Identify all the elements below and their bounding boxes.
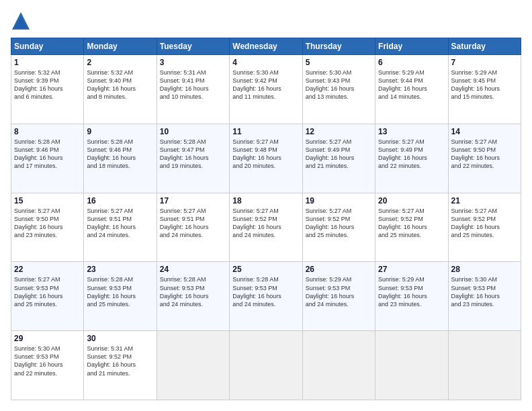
day-info: Sunrise: 5:27 AMSunset: 9:51 PMDaylight:…: [87, 207, 153, 240]
day-info: Sunrise: 5:27 AMSunset: 9:49 PMDaylight:…: [378, 138, 445, 171]
calendar-table: SundayMondayTuesdayWednesdayThursdayFrid…: [11, 38, 521, 400]
day-number: 21: [451, 196, 518, 205]
day-info: Sunrise: 5:31 AMSunset: 9:41 PMDaylight:…: [160, 68, 226, 101]
day-info: Sunrise: 5:30 AMSunset: 9:42 PMDaylight:…: [232, 68, 299, 101]
calendar-cell: 13Sunrise: 5:27 AMSunset: 9:49 PMDayligh…: [375, 124, 448, 193]
day-number: 5: [306, 58, 372, 67]
day-number: 8: [14, 127, 81, 136]
day-number: 9: [87, 127, 153, 136]
calendar-cell: [448, 331, 521, 400]
day-info: Sunrise: 5:30 AMSunset: 9:53 PMDaylight:…: [14, 345, 81, 377]
day-info: Sunrise: 5:30 AMSunset: 9:43 PMDaylight:…: [306, 68, 372, 101]
day-info: Sunrise: 5:27 AMSunset: 9:53 PMDaylight:…: [14, 275, 81, 308]
calendar-cell: 18Sunrise: 5:27 AMSunset: 9:52 PMDayligh…: [230, 193, 302, 262]
calendar-cell: 8Sunrise: 5:28 AMSunset: 9:46 PMDaylight…: [11, 124, 84, 193]
header: [11, 11, 521, 31]
day-number: 2: [87, 58, 153, 67]
day-info: Sunrise: 5:28 AMSunset: 9:46 PMDaylight:…: [14, 138, 81, 171]
day-info: Sunrise: 5:27 AMSunset: 9:49 PMDaylight:…: [306, 138, 372, 171]
day-number: 28: [451, 265, 518, 274]
calendar-cell: [157, 331, 229, 400]
day-number: 17: [160, 196, 226, 205]
day-number: 20: [378, 196, 445, 205]
day-number: 23: [87, 265, 153, 274]
day-number: 3: [160, 58, 226, 67]
day-info: Sunrise: 5:32 AMSunset: 9:40 PMDaylight:…: [87, 68, 153, 101]
day-info: Sunrise: 5:28 AMSunset: 9:46 PMDaylight:…: [87, 138, 153, 171]
calendar-cell: 26Sunrise: 5:29 AMSunset: 9:53 PMDayligh…: [302, 262, 375, 331]
calendar-week-row: 1Sunrise: 5:32 AMSunset: 9:39 PMDaylight…: [11, 55, 521, 124]
calendar-cell: [302, 331, 375, 400]
day-number: 19: [306, 196, 372, 205]
day-info: Sunrise: 5:27 AMSunset: 9:51 PMDaylight:…: [160, 207, 226, 240]
weekday-header: Friday: [375, 38, 448, 55]
day-number: 25: [232, 265, 299, 274]
day-number: 15: [14, 196, 81, 205]
day-info: Sunrise: 5:29 AMSunset: 9:53 PMDaylight:…: [306, 275, 372, 308]
calendar-cell: 29Sunrise: 5:30 AMSunset: 9:53 PMDayligh…: [11, 331, 84, 400]
day-info: Sunrise: 5:31 AMSunset: 9:52 PMDaylight:…: [87, 345, 153, 377]
day-number: 12: [306, 127, 372, 136]
weekday-header: Sunday: [11, 38, 84, 55]
calendar-week-row: 22Sunrise: 5:27 AMSunset: 9:53 PMDayligh…: [11, 262, 521, 331]
day-info: Sunrise: 5:29 AMSunset: 9:53 PMDaylight:…: [378, 275, 445, 308]
calendar-cell: [230, 331, 302, 400]
calendar-cell: 15Sunrise: 5:27 AMSunset: 9:50 PMDayligh…: [11, 193, 84, 262]
calendar-cell: 20Sunrise: 5:27 AMSunset: 9:52 PMDayligh…: [375, 193, 448, 262]
calendar-cell: 17Sunrise: 5:27 AMSunset: 9:51 PMDayligh…: [157, 193, 229, 262]
day-number: 13: [378, 127, 445, 136]
day-info: Sunrise: 5:27 AMSunset: 9:52 PMDaylight:…: [378, 207, 445, 240]
calendar-cell: 4Sunrise: 5:30 AMSunset: 9:42 PMDaylight…: [230, 55, 302, 124]
day-number: 30: [87, 334, 153, 343]
day-info: Sunrise: 5:29 AMSunset: 9:45 PMDaylight:…: [451, 68, 518, 101]
calendar-cell: 11Sunrise: 5:27 AMSunset: 9:48 PMDayligh…: [230, 124, 302, 193]
weekday-header: Thursday: [302, 38, 375, 55]
calendar-cell: 30Sunrise: 5:31 AMSunset: 9:52 PMDayligh…: [84, 331, 157, 400]
calendar-cell: 23Sunrise: 5:28 AMSunset: 9:53 PMDayligh…: [84, 262, 157, 331]
day-info: Sunrise: 5:32 AMSunset: 9:39 PMDaylight:…: [14, 68, 81, 101]
day-number: 24: [160, 265, 226, 274]
calendar-week-row: 15Sunrise: 5:27 AMSunset: 9:50 PMDayligh…: [11, 193, 521, 262]
day-info: Sunrise: 5:27 AMSunset: 9:50 PMDaylight:…: [451, 138, 518, 171]
calendar-cell: 7Sunrise: 5:29 AMSunset: 9:45 PMDaylight…: [448, 55, 521, 124]
calendar-week-row: 8Sunrise: 5:28 AMSunset: 9:46 PMDaylight…: [11, 124, 521, 193]
calendar-cell: 27Sunrise: 5:29 AMSunset: 9:53 PMDayligh…: [375, 262, 448, 331]
day-number: 6: [378, 58, 445, 67]
calendar-cell: 21Sunrise: 5:27 AMSunset: 9:52 PMDayligh…: [448, 193, 521, 262]
weekday-header: Monday: [84, 38, 157, 55]
calendar-cell: 22Sunrise: 5:27 AMSunset: 9:53 PMDayligh…: [11, 262, 84, 331]
weekday-header: Wednesday: [230, 38, 302, 55]
day-info: Sunrise: 5:29 AMSunset: 9:44 PMDaylight:…: [378, 68, 445, 101]
day-number: 26: [306, 265, 372, 274]
calendar-cell: 6Sunrise: 5:29 AMSunset: 9:44 PMDaylight…: [375, 55, 448, 124]
calendar-week-row: 29Sunrise: 5:30 AMSunset: 9:53 PMDayligh…: [11, 331, 521, 400]
day-number: 7: [451, 58, 518, 67]
day-number: 10: [160, 127, 226, 136]
logo-icon: [11, 11, 31, 31]
day-info: Sunrise: 5:27 AMSunset: 9:52 PMDaylight:…: [451, 207, 518, 240]
day-number: 14: [451, 127, 518, 136]
calendar-cell: 9Sunrise: 5:28 AMSunset: 9:46 PMDaylight…: [84, 124, 157, 193]
day-info: Sunrise: 5:27 AMSunset: 9:48 PMDaylight:…: [232, 138, 299, 171]
calendar-cell: 10Sunrise: 5:28 AMSunset: 9:47 PMDayligh…: [157, 124, 229, 193]
weekday-header-row: SundayMondayTuesdayWednesdayThursdayFrid…: [11, 38, 521, 55]
day-number: 18: [232, 196, 299, 205]
day-info: Sunrise: 5:28 AMSunset: 9:53 PMDaylight:…: [232, 275, 299, 308]
day-number: 1: [14, 58, 81, 67]
calendar-page: SundayMondayTuesdayWednesdayThursdayFrid…: [0, 0, 532, 411]
calendar-cell: 2Sunrise: 5:32 AMSunset: 9:40 PMDaylight…: [84, 55, 157, 124]
calendar-cell: 16Sunrise: 5:27 AMSunset: 9:51 PMDayligh…: [84, 193, 157, 262]
day-info: Sunrise: 5:28 AMSunset: 9:53 PMDaylight:…: [160, 275, 226, 308]
weekday-header: Saturday: [448, 38, 521, 55]
day-number: 27: [378, 265, 445, 274]
calendar-cell: 25Sunrise: 5:28 AMSunset: 9:53 PMDayligh…: [230, 262, 302, 331]
weekday-header: Tuesday: [157, 38, 229, 55]
day-info: Sunrise: 5:27 AMSunset: 9:50 PMDaylight:…: [14, 207, 81, 240]
day-info: Sunrise: 5:27 AMSunset: 9:52 PMDaylight:…: [306, 207, 372, 240]
calendar-cell: [375, 331, 448, 400]
day-info: Sunrise: 5:27 AMSunset: 9:52 PMDaylight:…: [232, 207, 299, 240]
calendar-cell: 5Sunrise: 5:30 AMSunset: 9:43 PMDaylight…: [302, 55, 375, 124]
calendar-cell: 19Sunrise: 5:27 AMSunset: 9:52 PMDayligh…: [302, 193, 375, 262]
calendar-cell: 1Sunrise: 5:32 AMSunset: 9:39 PMDaylight…: [11, 55, 84, 124]
day-number: 16: [87, 196, 153, 205]
